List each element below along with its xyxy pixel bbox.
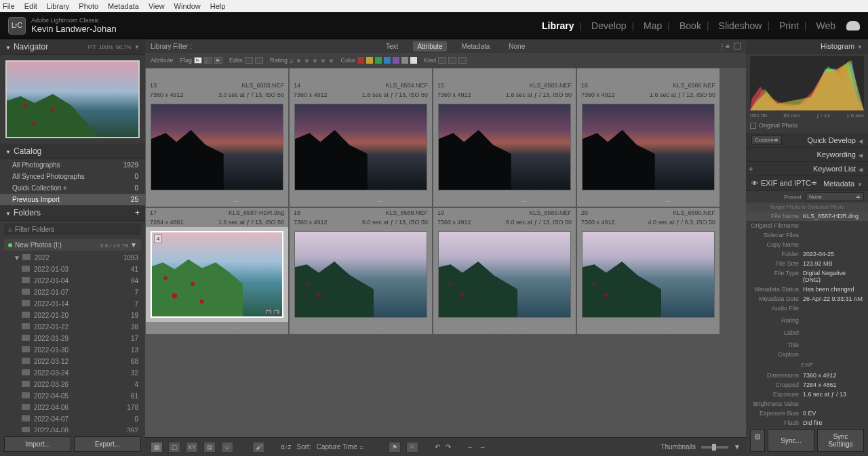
filter-preset-icon[interactable]: ⋮≡ (719, 43, 730, 50)
color-swatch[interactable] (410, 57, 417, 64)
filter-tab-none[interactable]: None (505, 41, 529, 51)
thumbnail-image[interactable] (582, 231, 715, 318)
metadata-row[interactable]: Caption (746, 350, 868, 359)
keyword-list-header[interactable]: +Keyword List◀ (746, 162, 868, 176)
flag-tool-icon[interactable]: ⚑ (389, 442, 401, 453)
color-swatch[interactable] (357, 57, 364, 64)
catalog-item[interactable]: All Synced Photographs0 (0, 171, 145, 182)
metadata-set-dropdown[interactable]: EXIF and IPTC≑ (761, 179, 817, 188)
rotate-ccw-icon[interactable]: ↶ (435, 443, 440, 451)
nav-next-icon[interactable]: → (479, 443, 486, 451)
module-slideshow[interactable]: Slideshow (719, 20, 762, 31)
kind-filter[interactable]: Kind (424, 57, 467, 64)
menu-view[interactable]: View (149, 2, 165, 10)
metadata-preset-dropdown[interactable]: None≑ (806, 192, 864, 201)
cloud-sync-icon[interactable] (846, 21, 860, 30)
metadata-row[interactable]: Folder2022-04-25 (746, 249, 868, 259)
filter-tab-attribute[interactable]: Attribute (413, 41, 446, 51)
module-web[interactable]: Web (816, 20, 835, 31)
catalog-header[interactable]: ▼Catalog (0, 144, 145, 159)
metadata-row[interactable]: Exposure Bias0 EV (746, 409, 868, 418)
metadata-row[interactable]: Metadata Date26-Apr-22 9:33:31 AM (746, 294, 868, 304)
flag-filter[interactable]: Flag⚑⚐⚑ (180, 57, 223, 64)
navigator-preview[interactable] (0, 55, 145, 144)
filter-folders-input[interactable]: ⌕ Filter Folders (4, 224, 141, 235)
kind-vcopy-icon[interactable] (448, 57, 456, 64)
folder-item[interactable]: 2022-04-070 (0, 413, 145, 425)
metadata-row[interactable]: Cropped7284 x 4861 (746, 380, 868, 390)
folder-item[interactable]: 2022-01-2019 (0, 310, 145, 321)
eye-icon[interactable]: 👁 (751, 180, 758, 187)
unedited-icon[interactable] (255, 57, 263, 64)
thumbnail-size-slider[interactable] (701, 446, 728, 449)
thumbnail-image[interactable] (582, 104, 715, 190)
folder-item[interactable]: 2022-03-2432 (0, 367, 145, 379)
add-folder-icon[interactable]: + (135, 208, 140, 217)
catalog-item[interactable]: Quick Collection +0 (0, 182, 145, 194)
metadata-header[interactable]: 👁EXIF and IPTC≑ Metadata▼ (746, 176, 868, 191)
import-button[interactable]: Import... (4, 436, 71, 452)
thumbnail-image[interactable] (438, 104, 571, 190)
folders-header[interactable]: ▼Folders + (0, 205, 145, 221)
filter-tab-text[interactable]: Text (382, 41, 402, 51)
stack-badge[interactable]: 4 (154, 234, 162, 243)
reject-tool-icon[interactable]: ⚐ (406, 442, 418, 453)
quick-develop-header[interactable]: Custom≑ Quick Develop◀ (746, 133, 868, 148)
module-library[interactable]: Library (542, 20, 574, 31)
folder-item[interactable]: 2022-01-3013 (0, 344, 145, 356)
color-swatch[interactable] (393, 57, 399, 64)
metadata-row[interactable]: FlashDid fire (746, 418, 868, 425)
flag-unflagged-icon[interactable]: ⚐ (204, 57, 212, 64)
edits-filter[interactable]: Edits (229, 57, 263, 64)
module-develop[interactable]: Develop (591, 20, 626, 31)
rotate-cw-icon[interactable]: ↷ (446, 443, 451, 451)
thumbnail-cell[interactable]: 19KLS_6589.NEF7360 x 49128.0 sec at ƒ / … (433, 207, 576, 335)
original-photo-toggle[interactable]: Original Photo (750, 121, 864, 130)
thumbnail-cell[interactable]: · · · · · · ·15KLS_6585.NEF7360 x 49121.… (433, 68, 576, 207)
folder-item[interactable]: 2022-01-077 (0, 287, 145, 298)
metadata-row[interactable]: Title (746, 340, 868, 350)
thumbnail-image[interactable] (294, 104, 427, 190)
metadata-row[interactable]: Sidecar Files (746, 230, 868, 240)
metadata-row[interactable]: Rating (746, 316, 868, 325)
target-photo-toggle[interactable]: Target Photo is Selected Photo (746, 203, 868, 211)
menu-library[interactable]: Library (47, 2, 70, 10)
menu-metadata[interactable]: Metadata (108, 2, 139, 10)
metadata-row[interactable]: Metadata StatusHas been changed (746, 285, 868, 294)
folder-item[interactable]: 2022-01-0484 (0, 275, 145, 287)
folder-item[interactable]: 2022-03-264 (0, 379, 145, 390)
folder-item[interactable]: 2022-04-06178 (0, 402, 145, 413)
menu-help[interactable]: Help (210, 2, 226, 10)
grid-view-icon[interactable]: ▦ (151, 442, 163, 453)
metadata-row[interactable]: Dimensions7360 x 4912 (746, 371, 868, 380)
metadata-row[interactable]: Original Filename (746, 221, 868, 230)
folder-item[interactable]: 2022-01-147 (0, 298, 145, 310)
nav-prev-icon[interactable]: ← (467, 443, 474, 451)
menu-file[interactable]: File (3, 2, 15, 10)
histogram-header[interactable]: Histogram▼ (746, 39, 868, 54)
thumbnail-cell[interactable]: 17KLS_6587-HDR.dng7284 x 48611.6 sec at … (145, 207, 289, 335)
export-button[interactable]: Export... (74, 436, 141, 452)
histogram-chart[interactable] (750, 56, 864, 110)
color-swatch[interactable] (401, 57, 408, 64)
survey-view-icon[interactable]: ▤ (203, 442, 216, 453)
thumbnail-image[interactable] (151, 104, 283, 190)
catalog-item[interactable]: Previous Import25 (0, 194, 145, 205)
menu-edit[interactable]: Edit (24, 2, 37, 10)
folder-item[interactable]: 2022-04-08392 (0, 425, 145, 432)
filter-tab-metadata[interactable]: Metadata (458, 41, 494, 51)
thumbnail-cell[interactable]: 18KLS_6588.NEF7360 x 49126.0 sec at ƒ / … (289, 207, 433, 335)
catalog-item[interactable]: All Photographs1929 (0, 159, 145, 171)
thumbnail-cell[interactable]: · · · · · · ·13KLS_6583.NEF7360 x 49123.… (145, 68, 289, 207)
metadata-row[interactable]: Copy Name (746, 240, 868, 249)
metadata-row[interactable]: Audio File (746, 304, 868, 313)
menu-window[interactable]: Window (174, 2, 201, 10)
kind-master-icon[interactable] (438, 57, 446, 64)
flag-pick-icon[interactable]: ⚑ (194, 57, 202, 64)
drive-row[interactable]: New Photos (I:) 8.8 / 1.8 TB ▼ (4, 239, 141, 251)
qd-preset-dropdown[interactable]: Custom≑ (751, 136, 782, 144)
painter-icon[interactable]: 🖌 (252, 442, 264, 453)
thumbnail-cell[interactable]: · · · · · · ·14KLS_6584.NEF7360 x 49121.… (289, 68, 433, 207)
toolbar-menu-icon[interactable]: ▼ (734, 443, 741, 451)
metadata-row[interactable]: File Size123.92 MB (746, 259, 868, 268)
